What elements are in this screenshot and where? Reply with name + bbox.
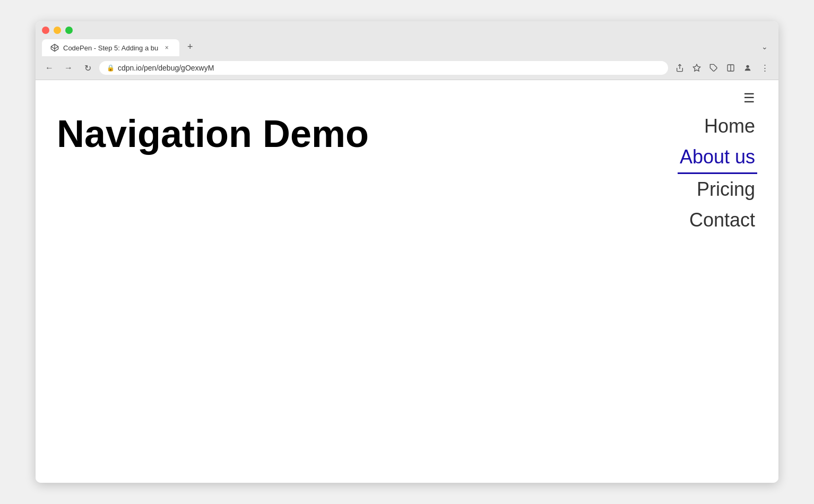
nav-link-contact[interactable]: Contact: [687, 205, 757, 236]
title-bar: CodePen - Step 5: Adding a bu × + ⌄: [36, 21, 778, 56]
bookmark-button[interactable]: [689, 60, 704, 75]
hamburger-icon[interactable]: ☰: [743, 91, 755, 106]
browser-window: CodePen - Step 5: Adding a bu × + ⌄ ← → …: [36, 21, 778, 483]
new-tab-button[interactable]: +: [183, 39, 197, 54]
minimize-button[interactable]: [54, 27, 61, 34]
split-view-button[interactable]: [723, 60, 738, 75]
tab-dropdown-button[interactable]: ⌄: [757, 39, 772, 54]
tab-title: CodePen - Step 5: Adding a bu: [63, 44, 158, 52]
nav-link-pricing[interactable]: Pricing: [695, 174, 757, 205]
traffic-lights: [42, 27, 772, 39]
extensions-button[interactable]: [706, 60, 721, 75]
maximize-button[interactable]: [65, 27, 73, 34]
address-bar-actions: ⋮: [672, 60, 772, 75]
page-title: Navigation Demo: [57, 112, 369, 155]
svg-point-7: [746, 65, 749, 68]
reload-button[interactable]: ↻: [80, 60, 95, 75]
tab-bar: CodePen - Step 5: Adding a bu × + ⌄: [42, 39, 772, 56]
nav-link-home[interactable]: Home: [702, 111, 757, 142]
nav-link-about[interactable]: About us: [678, 142, 757, 174]
more-button[interactable]: ⋮: [757, 60, 772, 75]
forward-button[interactable]: →: [61, 60, 76, 75]
codepen-icon: [50, 44, 59, 52]
url-text: cdpn.io/pen/debug/gOexwyM: [118, 64, 661, 72]
active-tab[interactable]: CodePen - Step 5: Adding a bu ×: [42, 39, 179, 56]
share-button[interactable]: [672, 60, 687, 75]
lock-icon: 🔒: [107, 64, 115, 72]
svg-marker-3: [693, 64, 700, 71]
nav-menu: ☰ Home About us Pricing Contact: [678, 91, 757, 236]
url-bar[interactable]: 🔒 cdpn.io/pen/debug/gOexwyM: [99, 61, 668, 75]
page-content: Navigation Demo ☰ Home About us Pricing …: [36, 80, 778, 483]
back-button[interactable]: ←: [42, 60, 57, 75]
address-bar: ← → ↻ 🔒 cdpn.io/pen/debug/gOexwyM: [36, 56, 778, 80]
profile-button[interactable]: [740, 60, 755, 75]
close-button[interactable]: [42, 27, 49, 34]
tab-close-button[interactable]: ×: [162, 44, 171, 52]
